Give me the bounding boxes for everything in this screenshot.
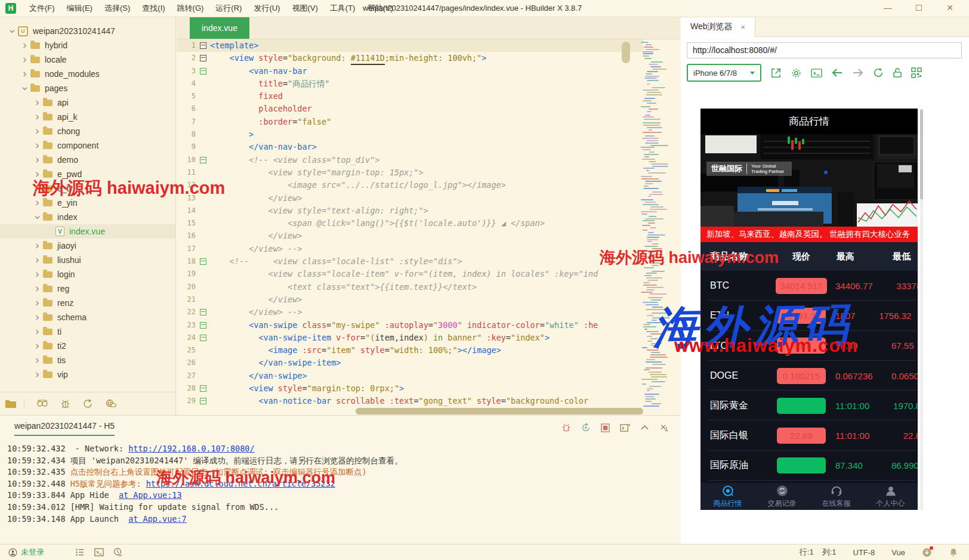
code-area[interactable]: 1<template>2 <view style="background: #1… <box>177 39 643 408</box>
records-icon <box>776 484 789 497</box>
notification-icon[interactable] <box>949 547 958 558</box>
market-row-LTC[interactable]: LTC69.770.3967.55 <box>700 331 918 361</box>
menu-item-0[interactable]: 文件(F) <box>23 0 61 17</box>
editor-tab-bar: index.vue <box>177 17 680 39</box>
tree-item-pages[interactable]: pages <box>0 81 175 95</box>
encoding[interactable]: UTF-8 <box>853 548 875 557</box>
market-row-ETH[interactable]: ETH1793.318071756.32 <box>700 301 918 330</box>
tree-item-index.vue[interactable]: index.vue <box>0 224 175 239</box>
tree-item-login[interactable]: login <box>0 267 175 281</box>
debug-icon[interactable] <box>561 423 571 432</box>
browser-scrollbar[interactable] <box>920 109 923 510</box>
tree-item-api_k[interactable]: api_k <box>0 110 175 124</box>
address-bar[interactable]: http://localhost:8080/#/ <box>687 42 962 58</box>
menu-item-6[interactable]: 发行(U) <box>248 0 286 17</box>
market-row-国际黄金[interactable]: 国际黄金1970.8811:01:001970.89 <box>700 391 918 420</box>
debug-icon[interactable] <box>60 399 70 409</box>
market-row-国际白银[interactable]: 国际白银22.8911:01:0022.89 <box>700 420 918 450</box>
tree-item-ti[interactable]: ti <box>0 324 175 339</box>
refresh-icon[interactable] <box>873 67 884 78</box>
notice-bar[interactable]: 新加坡、马来西亚、越南及英国。 世融拥有四大核心业务 <box>700 227 918 242</box>
cloud-icon[interactable] <box>105 399 116 409</box>
menu-item-2[interactable]: 选择(S) <box>98 0 136 17</box>
close-icon[interactable]: ✕ <box>934 0 965 17</box>
tree-item-ti2[interactable]: ti2 <box>0 339 175 353</box>
tree-item-index[interactable]: index <box>0 210 175 224</box>
nav-item-商品行情[interactable]: 商品行情 <box>700 483 755 510</box>
menu-item-8[interactable]: 工具(T) <box>324 0 362 17</box>
tree-item-weipan202310241447[interactable]: weipan202310241447 <box>0 24 175 38</box>
menu-item-5[interactable]: 运行(R) <box>209 0 248 17</box>
code-line-28: 28 <view style="margin-top: 0rpx;"> <box>177 382 643 395</box>
console-link[interactable]: https://ask.dcloud.net.cn/article/35232 <box>146 479 335 488</box>
tree-item-node_modules[interactable]: node_modules <box>0 67 175 81</box>
editor-vertical-scrollbar[interactable] <box>622 42 630 63</box>
menu-item-7[interactable]: 视图(V) <box>286 0 323 17</box>
tree-item-hybrid[interactable]: hybrid <box>0 38 175 52</box>
settings-icon[interactable] <box>791 67 802 79</box>
tree-item-liushui[interactable]: liushui <box>0 253 175 267</box>
files-icon[interactable] <box>5 399 24 409</box>
tree-item-schema[interactable]: schema <box>0 310 175 324</box>
console-link[interactable]: http://192.168.0.107:8080/ <box>128 444 254 453</box>
history-icon[interactable] <box>113 547 123 557</box>
qrcode-icon[interactable] <box>911 67 922 78</box>
code-editor-panel[interactable]: index.vue 1<template>2 <view style="back… <box>177 17 680 415</box>
terminal-icon[interactable] <box>94 547 104 557</box>
nav-item-在线客服[interactable]: 在线客服 <box>809 483 863 510</box>
restart-icon[interactable] <box>581 423 591 432</box>
tree-item-locale[interactable]: locale <box>0 52 175 67</box>
close-tab-icon[interactable]: × <box>741 23 746 32</box>
clear-icon[interactable] <box>659 423 668 432</box>
minimap[interactable] <box>636 39 680 408</box>
tree-item-demo[interactable]: demo <box>0 153 175 167</box>
device-selector[interactable]: iPhone 6/7/8 <box>687 64 761 82</box>
console-link[interactable]: at App.vue:7 <box>128 514 187 524</box>
nav-item-交易记录[interactable]: 交易记录 <box>755 483 809 510</box>
market-row-BTC[interactable]: BTC34014.51734406.7733378.8 <box>700 271 918 301</box>
tree-item-vip[interactable]: vip <box>0 367 175 382</box>
tree-item-renz[interactable]: renz <box>0 296 175 310</box>
minimize-icon[interactable]: — <box>872 0 903 17</box>
back-icon[interactable] <box>831 68 843 78</box>
tree-item-e_pwd[interactable]: e_pwd <box>0 167 175 181</box>
tree-item-e_ti[interactable]: e_ti <box>0 181 175 196</box>
new-terminal-icon[interactable] <box>620 423 630 432</box>
open-external-icon[interactable] <box>770 67 782 79</box>
language-mode[interactable]: Vue <box>891 548 905 557</box>
menu-item-1[interactable]: 编辑(E) <box>61 0 98 17</box>
line-number: 19 <box>177 268 196 280</box>
tab-web-browser[interactable]: Web浏览器 × <box>681 17 755 37</box>
lock-icon[interactable] <box>893 67 902 78</box>
tree-item-tis[interactable]: tis <box>0 353 175 367</box>
login-status[interactable]: 未登录 <box>21 547 44 558</box>
update-icon[interactable] <box>922 547 932 558</box>
tree-item-chong[interactable]: chong <box>0 124 175 138</box>
user-icon[interactable] <box>8 548 17 557</box>
tree-item-api[interactable]: api <box>0 95 175 110</box>
stop-icon[interactable] <box>601 423 610 432</box>
tab-index-vue[interactable]: index.vue <box>190 17 249 39</box>
editor-horizontal-scrollbar[interactable] <box>356 408 643 414</box>
run-icon[interactable] <box>82 398 93 409</box>
chevron-right-icon <box>32 157 42 163</box>
maximize-icon[interactable]: ☐ <box>903 0 934 17</box>
tree-item-jiaoyi[interactable]: jiaoyi <box>0 239 175 253</box>
chevron-right-icon <box>32 115 42 120</box>
console-link[interactable]: at App.vue:13 <box>119 490 182 500</box>
market-row-DOGE[interactable]: DOGE0.1002150.0672360.065069 <box>700 361 918 391</box>
tree-item-component[interactable]: component <box>0 138 175 153</box>
collapse-icon[interactable] <box>640 425 649 431</box>
market-row-国际原油[interactable]: 国际原油87.19687.34086.990 <box>700 451 918 481</box>
banner-carousel[interactable]: 世融国际 Your Global Trading Partner <box>700 134 918 227</box>
console-icon[interactable] <box>811 68 822 78</box>
outline-icon[interactable] <box>75 547 85 557</box>
console-tab[interactable]: weipan202310241447 - H5 <box>14 421 115 436</box>
menu-item-4[interactable]: 跳转(G) <box>171 0 210 17</box>
nav-item-个人中心[interactable]: 个人中心 <box>863 483 918 510</box>
menu-item-3[interactable]: 查找(I) <box>136 0 171 17</box>
tree-item-reg[interactable]: reg <box>0 281 175 296</box>
search-icon[interactable] <box>36 400 48 408</box>
price-cell: 87.196 <box>767 457 835 474</box>
tree-item-e_yin[interactable]: e_yin <box>0 196 175 210</box>
